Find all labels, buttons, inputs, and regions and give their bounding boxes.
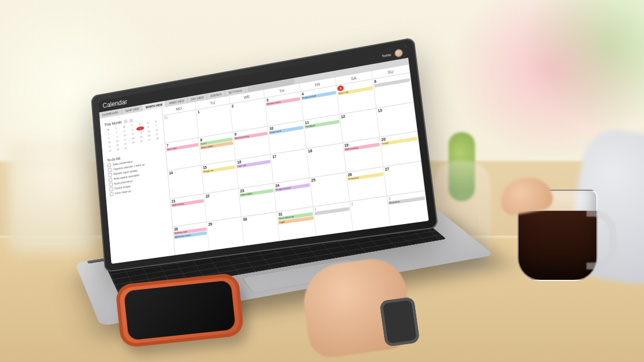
calendar-day[interactable]: 29 [207, 217, 244, 251]
calendar-day[interactable]: 13 [377, 102, 418, 137]
calendar-day[interactable]: 20Travel [380, 132, 421, 167]
calendar-day[interactable]: 1 [196, 104, 233, 137]
mini-day[interactable]: 27 [145, 137, 154, 143]
candle-prop [9, 144, 95, 253]
calendar-day[interactable]: 27 [384, 161, 425, 197]
desk-scene: Calendar Today DASHBOARDYEAR VIEWMONTH V… [0, 0, 644, 362]
calendar-day[interactable]: 21Staff training [170, 194, 207, 226]
mini-day[interactable]: 25 [129, 140, 137, 145]
calendar-day[interactable]: 3Weekly review [265, 92, 304, 126]
calendar-day[interactable]: 12 [340, 108, 380, 143]
calendar-day[interactable]: 30 [241, 213, 280, 246]
calendar-day[interactable]: 81:on:1Sales update [199, 132, 236, 165]
calendar-day[interactable]: 31Xmas planningLegal [277, 207, 316, 241]
calendar-day[interactable]: 18 [306, 143, 346, 177]
calendar-day[interactable]: 17 [271, 149, 309, 183]
calendar-day[interactable]: 19Golf meeting [343, 137, 383, 172]
calendar-day[interactable]: 22 [204, 188, 241, 222]
calendar-day[interactable]: 14 [168, 165, 204, 198]
calendar-day[interactable]: 10Team lunch [268, 120, 306, 154]
mini-day[interactable]: 30 [114, 147, 121, 152]
smartphone [115, 272, 244, 348]
user-avatar[interactable] [394, 48, 403, 57]
calendar-day[interactable]: 25 [310, 172, 350, 206]
calendar-day[interactable]: 2 [350, 197, 390, 231]
mini-day[interactable]: 28 [154, 136, 162, 141]
smart-watch [379, 296, 420, 347]
calendar-day[interactable]: 2 [231, 98, 268, 132]
calendar-day[interactable]: 1 [313, 202, 353, 236]
calendar-day[interactable]: 16Inter call [236, 155, 274, 188]
calendar-day[interactable]: 9Board meeting [233, 126, 271, 160]
mini-day[interactable]: 29 [106, 148, 114, 153]
calendar-day[interactable]: 28Birthday cakeMilestone review [173, 222, 210, 255]
mini-day[interactable]: 31 [122, 145, 129, 151]
calendar-day[interactable]: 3Workshop [387, 191, 429, 226]
calendar-day[interactable]: 26Promotion [346, 167, 387, 201]
calendar-day[interactable]: 15Design rev [202, 160, 239, 194]
calendar-day[interactable]: 7Team sync [166, 138, 202, 171]
calendar-day[interactable]: 4Project kickoff [300, 86, 339, 120]
today-link[interactable]: Today [382, 53, 392, 58]
calendar-day[interactable]: 31 [163, 110, 199, 143]
calendar-day[interactable]: 23Client follow [239, 183, 277, 217]
next-month-button[interactable]: › [129, 118, 133, 123]
prev-month-button[interactable]: ‹ [124, 119, 128, 123]
mini-day[interactable]: 26 [137, 138, 145, 144]
calendar-day[interactable]: 24Product launch [274, 178, 313, 212]
todo-list: Sales presentationOrganize calendar + te… [108, 155, 166, 196]
calendar-day[interactable]: 11Feedback [304, 114, 343, 148]
